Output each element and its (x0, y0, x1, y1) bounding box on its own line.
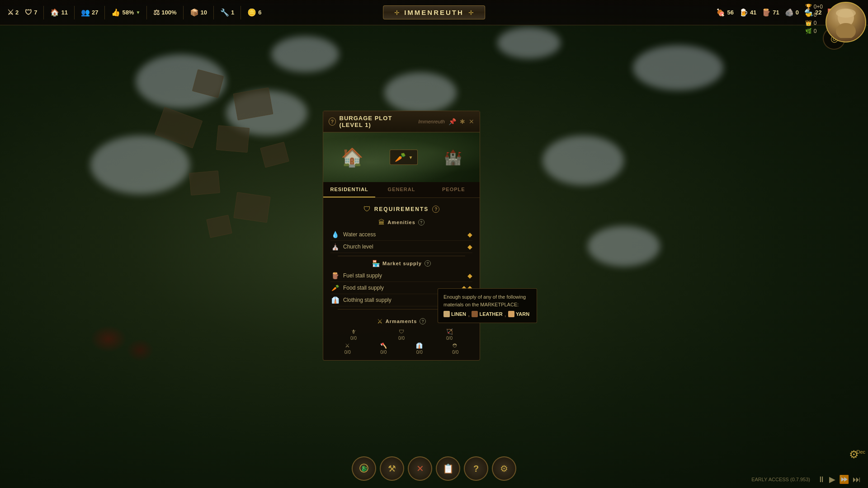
hammer-icon: ⚒ (388, 463, 396, 474)
church-diamonds: ◆ (467, 243, 472, 250)
hud-stat-balance: ⚖ 100% (153, 8, 176, 17)
panel-subtitle: Immenreuth (418, 119, 445, 124)
pause-button[interactable]: ⏸ (817, 475, 826, 484)
wood-value: 71 (773, 9, 779, 16)
market-supply-header: 🏪 Market supply ? (330, 260, 472, 267)
dragon-icon: 🐉 (358, 463, 370, 474)
arm-item-3: ⚔ 0/0 (330, 343, 365, 355)
market-supply-help[interactable]: ? (425, 260, 431, 267)
scroll-icon: 📋 (443, 463, 454, 474)
hud-divider-1 (43, 6, 44, 19)
player-portrait[interactable] (826, 2, 866, 42)
toolbar-btn-dragon[interactable]: 🐉 (352, 456, 376, 481)
wood-icon: 🪵 (762, 8, 771, 17)
hud-stat-approval: 👍 58% ▼ (111, 8, 140, 17)
linen-name: LINEN (451, 311, 466, 317)
town-name-container: ✛ IMMENREUTH ✛ (383, 5, 485, 19)
hud-stat-r3: 🪨 0 (785, 8, 799, 17)
arm-value-5: 0/0 (416, 350, 423, 355)
helmet-icon: ⛑ (453, 343, 458, 349)
fast-forward-button[interactable]: ⏩ (839, 474, 849, 484)
crown-icon: 👑 (805, 20, 812, 26)
arm-item-4: 🪓 0/0 (367, 343, 401, 355)
population-icon: 👥 (81, 8, 90, 17)
upgrade-icon: 🏰 (444, 149, 462, 166)
goods-value: 10 (201, 9, 207, 16)
building-preview: 🏠 🥕 ▼ 🏰 (323, 132, 480, 182)
requirements-header: 🛡 REQUIREMENTS ? (330, 205, 472, 213)
amenities-title: Amenities (387, 220, 415, 225)
panel-header: ? BURGAGE PLOT (LEVEL 1) Immenreuth 📌 ✱ … (323, 111, 480, 132)
arm-value-0: 0/0 (350, 336, 357, 341)
water-access-diamonds: ◆ (467, 231, 472, 238)
hud-stat-r0: 🍖 56 (716, 8, 733, 17)
church-level-label: Church level (343, 244, 467, 250)
armaments-title: Armaments (386, 319, 417, 324)
toolbar-btn-scroll[interactable]: 📋 (436, 456, 460, 481)
market-icon: 🏪 (372, 260, 380, 267)
gambeson-icon: 👔 (416, 343, 423, 349)
tooltip-text: Enough supply of any of the following ma… (443, 293, 531, 308)
tab-residential[interactable]: RESIDENTIAL (323, 182, 375, 197)
yarn-icon (508, 311, 514, 317)
water-diamond-1: ◆ (467, 231, 472, 238)
armaments-help[interactable]: ? (420, 318, 426, 324)
population-value: 27 (92, 9, 98, 16)
play-button[interactable]: ▶ (829, 474, 835, 484)
leather-name: LEATHER (479, 311, 502, 317)
linen-icon (443, 311, 450, 317)
water-access-row: 💧 Water access ◆ (330, 229, 472, 241)
requirements-help[interactable]: ? (432, 206, 439, 213)
tab-people[interactable]: PEOPLE (428, 182, 480, 197)
arm-value-1: 0/0 (398, 336, 405, 341)
food-selector[interactable]: 🥕 ▼ (390, 150, 418, 165)
bottom-toolbar: 🐉 ⚒ ✕ 📋 ? ⚙ (352, 456, 516, 481)
pin-button[interactable]: 📌 (448, 118, 456, 125)
arm-item-1: 🛡 0/0 (378, 328, 425, 341)
clothing-stall-icon: 👔 (330, 296, 340, 304)
preview-house-icon: 🏠 (341, 147, 363, 168)
amenities-help[interactable]: ? (418, 219, 425, 225)
houses-value: 11 (61, 9, 67, 16)
settings-gear-button[interactable]: ⚙ Dec (849, 448, 859, 461)
handshake-value: 0 (814, 12, 817, 18)
amenities-header: 🏛 Amenities ? (330, 219, 472, 226)
top-hud: ⚔ 2 🛡 7 🏠 11 👥 27 👍 58% ▼ ⚖ 100% (0, 0, 868, 25)
panel-help-icon[interactable]: ? (329, 117, 336, 126)
tab-general[interactable]: GENERAL (375, 182, 427, 197)
fuel-stall-icon: 🪵 (330, 272, 340, 279)
toolbar-btn-hammer[interactable]: ⚒ (380, 456, 404, 481)
profile-stat-crown: 👑 0 (805, 20, 823, 26)
hud-stat-tools: 🔧 1 (220, 8, 234, 17)
town-banner[interactable]: ✛ IMMENREUTH ✛ (383, 5, 485, 19)
armaments-grid-row1: 🗡 0/0 🛡 0/0 🏹 0/0 (330, 328, 472, 341)
help-icon: ? (473, 464, 479, 474)
shield2-icon: 🛡 (399, 328, 404, 335)
town-right-icon: ✛ (468, 9, 474, 16)
panel-actions: 📌 ✱ ✕ (448, 118, 474, 125)
toolbar-btn-cancel[interactable]: ✕ (408, 456, 432, 481)
market-supply-title: Market supply (382, 261, 422, 266)
toolbar-btn-settings[interactable]: ⚙ (492, 456, 516, 481)
triple-speed-button[interactable]: ⏭ (853, 475, 861, 484)
early-access-label: EARLY ACCESS (0.7.953) (751, 477, 810, 482)
settings-icon: ⚙ (500, 463, 508, 474)
playback-controls: ⏸ ▶ ⏩ ⏭ (817, 474, 861, 484)
requirements-icon: 🛡 (363, 205, 371, 213)
hud-divider-4 (146, 6, 147, 19)
carrot-icon: 🥕 (395, 152, 406, 163)
leaf-value: 0 (814, 28, 817, 34)
crown-value: 0 (814, 20, 817, 26)
portrait-svg (832, 6, 859, 38)
toolbar-btn-help[interactable]: ? (464, 456, 488, 481)
requirements-title: REQUIREMENTS (374, 206, 429, 212)
tools-value: 1 (231, 9, 234, 16)
svg-rect-2 (836, 9, 856, 18)
material-yarn: YARN (508, 311, 529, 317)
arm-item-0: 🗡 0/0 (330, 328, 377, 341)
trophy-value: 0+0 (814, 4, 823, 10)
lock-button[interactable]: ✱ (460, 118, 465, 125)
close-button[interactable]: ✕ (469, 118, 474, 125)
hud-stat-r2: 🪵 71 (762, 8, 779, 17)
sword-icon: ⚔ (345, 343, 350, 349)
